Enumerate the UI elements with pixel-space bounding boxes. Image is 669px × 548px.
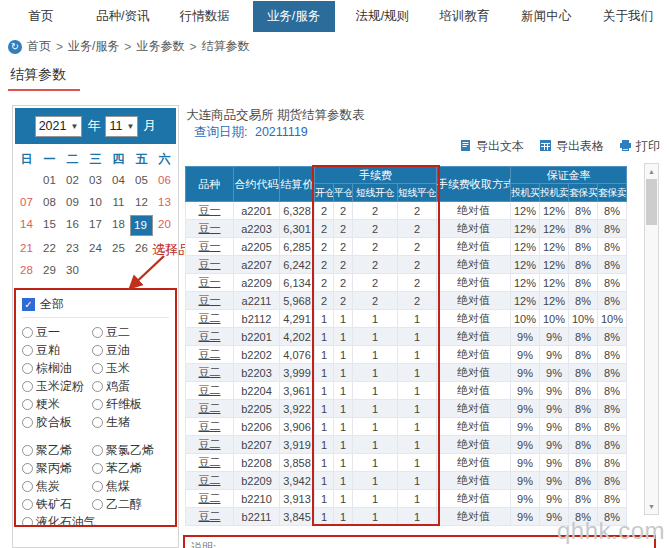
scroll-up-icon[interactable]: ▲ [645,165,658,178]
print-button[interactable]: 打印 [619,138,660,155]
species-radio-option[interactable]: 豆粕 [22,341,92,359]
species-cell[interactable]: 豆二 [186,382,234,400]
calendar-date[interactable]: 05 [130,171,153,190]
species-radio-label: 豆二 [106,324,130,341]
month-select[interactable]: 11▼ [105,116,138,137]
checkbox-checked-icon[interactable] [22,298,35,311]
species-radio-option[interactable]: 液化石油气 [22,513,92,527]
species-cell[interactable]: 豆二 [186,346,234,364]
species-cell[interactable]: 豆二 [186,400,234,418]
table-scrollbar[interactable]: ▲ ▼ [644,163,659,515]
calendar-date[interactable]: 15 [38,215,61,234]
species-radio-option[interactable]: 玉米淀粉 [22,377,92,395]
species-radio-option[interactable]: 聚乙烯 [22,441,92,459]
cell: 4,291 [280,310,315,328]
breadcrumb-item[interactable]: 业务/服务 [68,38,119,55]
species-cell[interactable]: 豆二 [186,328,234,346]
nav-item-6[interactable]: 新闻中心 [505,2,587,31]
calendar-date[interactable]: 28 [15,261,38,280]
breadcrumb-item[interactable]: 业务参数 [136,38,184,55]
cell: 8% [598,328,627,346]
calendar-date[interactable]: 24 [84,239,107,258]
cell: b2207 [234,436,280,454]
calendar-date[interactable]: 04 [107,171,130,190]
calendar-date[interactable]: 01 [38,171,61,190]
calendar-date[interactable]: 19 [130,215,153,236]
calendar-date[interactable]: 08 [38,193,61,212]
nav-item-0[interactable]: 首页 [0,2,82,31]
calendar-date[interactable]: 02 [61,171,84,190]
calendar-date[interactable]: 10 [84,193,107,212]
calendar-dow-label: 六 [153,151,176,166]
calendar-date[interactable]: 22 [38,239,61,258]
species-cell[interactable]: 豆一 [186,292,234,310]
export-table-button[interactable]: 导出表格 [539,138,604,155]
species-radio-option[interactable]: 聚丙烯 [22,459,92,477]
species-radio-option[interactable]: 粳米 [22,395,92,413]
cell: 绝对值 [437,220,511,238]
calendar-date[interactable]: 13 [153,193,176,212]
calendar-date[interactable]: 11 [107,193,130,212]
species-cell[interactable]: 豆二 [186,418,234,436]
species-cell[interactable]: 豆一 [186,256,234,274]
species-cell[interactable]: 豆二 [186,490,234,508]
cell: 8% [598,292,627,310]
scroll-down-icon[interactable]: ▼ [645,500,658,513]
species-cell[interactable]: 豆二 [186,454,234,472]
calendar-date[interactable]: 20 [153,215,176,234]
species-radio-option[interactable]: 胶合板 [22,413,92,431]
calendar-date[interactable]: 30 [61,261,84,280]
species-cell[interactable]: 豆一 [186,238,234,256]
cell: 8% [598,490,627,508]
calendar-date[interactable]: 29 [38,261,61,280]
species-radio-option[interactable]: 苯乙烯 [92,459,169,477]
species-radio-option[interactable]: 聚氯乙烯 [92,441,169,459]
breadcrumb-home-icon[interactable]: ↻ [8,40,22,54]
nav-item-1[interactable]: 品种/资讯 [82,2,164,31]
species-radio-option[interactable]: 豆油 [92,341,169,359]
species-cell[interactable]: 豆二 [186,364,234,382]
calendar-date[interactable]: 18 [107,215,130,234]
cell: 12% [511,292,540,310]
nav-item-4[interactable]: 法规/规则 [342,2,424,31]
nav-item-2[interactable]: 行情数据 [164,2,246,31]
species-radio-option[interactable]: 棕榈油 [22,359,92,377]
calendar-date[interactable]: 21 [15,239,38,258]
species-cell[interactable]: 豆二 [186,508,234,526]
calendar-date[interactable]: 14 [15,215,38,234]
cell: 绝对值 [437,418,511,436]
nav-item-5[interactable]: 培训教育 [423,2,505,31]
species-radio-option[interactable]: 焦煤 [92,477,169,495]
species-cell[interactable]: 豆二 [186,310,234,328]
species-radio-option[interactable]: 玉米 [92,359,169,377]
year-select[interactable]: 2021▼ [35,116,83,137]
calendar-date[interactable]: 07 [15,193,38,212]
breadcrumb-separator: > [124,40,131,54]
species-cell[interactable]: 豆二 [186,472,234,490]
calendar-date[interactable]: 12 [130,193,153,212]
breadcrumb-item[interactable]: 首页 [27,38,51,55]
species-radio-option[interactable]: 焦炭 [22,477,92,495]
species-cell[interactable]: 豆二 [186,436,234,454]
nav-item-3[interactable]: 业务/服务 [253,1,335,32]
species-radio-option[interactable]: 纤维板 [92,395,169,413]
calendar-date[interactable]: 16 [61,215,84,234]
calendar-date[interactable]: 23 [61,239,84,258]
calendar-date[interactable]: 09 [61,193,84,212]
species-radio-option[interactable]: 豆二 [92,323,169,341]
species-radio-option[interactable]: 铁矿石 [22,495,92,513]
export-text-button[interactable]: 导出文本 [459,138,524,155]
species-cell[interactable]: 豆一 [186,274,234,292]
species-radio-option[interactable]: 鸡蛋 [92,377,169,395]
species-cell[interactable]: 豆一 [186,202,234,220]
species-radio-option[interactable]: 豆一 [22,323,92,341]
calendar-date[interactable]: 06 [153,171,176,190]
species-radio-option[interactable]: 生猪 [92,413,169,431]
species-radio-option[interactable]: 乙二醇 [92,495,169,513]
calendar-date[interactable]: 17 [84,215,107,234]
calendar-date[interactable]: 03 [84,171,107,190]
scrollbar-thumb[interactable] [646,179,657,225]
nav-item-7[interactable]: 关于我们 [587,2,669,31]
species-all-row[interactable]: 全部 [22,294,169,318]
species-cell[interactable]: 豆一 [186,220,234,238]
